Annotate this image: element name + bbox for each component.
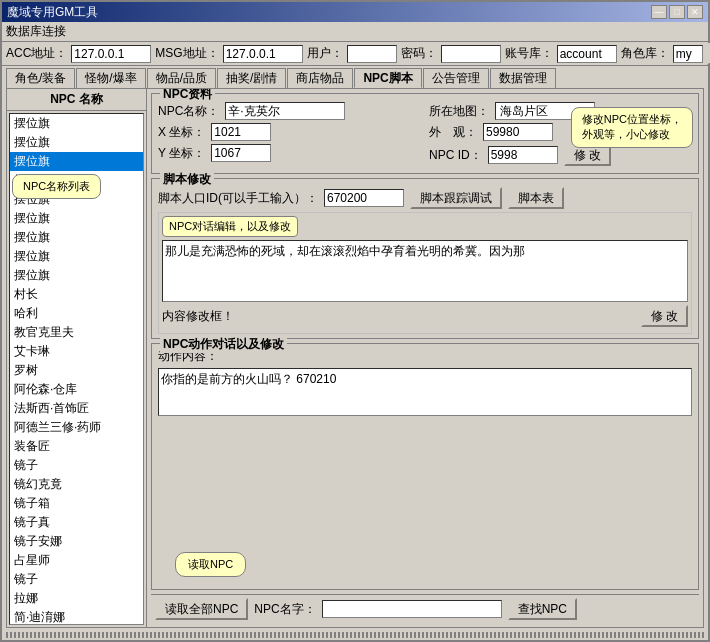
title-bar: 魔域专用GM工具 — □ ✕ [2, 2, 708, 22]
npc-list-header: NPC 名称 [7, 89, 146, 111]
list-item[interactable]: 摆位旗 [10, 114, 143, 133]
npc-name-label: NPC名称： [158, 103, 219, 120]
title-bar-buttons: — □ ✕ [651, 5, 703, 19]
list-item[interactable]: 镜子 [10, 570, 143, 589]
minimize-button[interactable]: — [651, 5, 667, 19]
content-modify-label: 内容修改框！ [162, 308, 234, 325]
list-item[interactable]: 镜幻克竟 [10, 475, 143, 494]
tabs-bar: 角色/装备 怪物/爆率 物品/品质 抽奖/剧情 商店物品 NPC脚本 公告管理 … [2, 66, 708, 88]
npc-name-input[interactable] [225, 102, 345, 120]
window-title: 魔域专用GM工具 [7, 4, 98, 21]
list-item[interactable]: 法斯西·首饰匠 [10, 399, 143, 418]
menu-item-db[interactable]: 数据库连接 [6, 23, 66, 40]
menu-bar: 数据库连接 [2, 22, 708, 42]
right-panel: NPC资料 NPC名称： X 坐标： Y 坐标： [147, 89, 703, 627]
role-input[interactable] [673, 45, 703, 63]
script-title: 脚本修改 [160, 171, 214, 188]
acc-label: ACC地址： [6, 45, 67, 62]
list-item[interactable]: 摆位旗 [10, 247, 143, 266]
maximize-button[interactable]: □ [669, 5, 685, 19]
action-content-textarea[interactable]: 你指的是前方的火山吗？ 670210 [158, 368, 692, 416]
pwd-input[interactable] [441, 45, 501, 63]
list-item[interactable]: 摆位旗 [10, 133, 143, 152]
x-coord-input[interactable] [211, 123, 271, 141]
list-item[interactable]: 艾卡琳 [10, 342, 143, 361]
user-input[interactable] [347, 45, 397, 63]
map-label: 所在地图： [429, 103, 489, 120]
dialog-edit-callout: NPC对话编辑，以及修改 [162, 216, 298, 237]
tab-monster-drop[interactable]: 怪物/爆率 [76, 68, 145, 88]
list-item[interactable]: 装备匠 [10, 437, 143, 456]
acc-address-input[interactable] [71, 45, 151, 63]
x-coord-label: X 坐标： [158, 124, 205, 141]
list-item[interactable]: 占星师 [10, 551, 143, 570]
role-label: 角色库： [621, 45, 669, 62]
msg-label: MSG地址： [155, 45, 218, 62]
list-item[interactable]: 拉娜 [10, 589, 143, 608]
tab-shop-item[interactable]: 商店物品 [287, 68, 353, 88]
script-debug-button[interactable]: 脚本跟踪调试 [410, 187, 502, 209]
npc-action-title: NPC动作对话以及修改 [160, 336, 287, 353]
list-item[interactable]: 简·迪淯娜 [10, 608, 143, 625]
scrollbar-indicator [6, 632, 704, 638]
acc-bar: ACC地址： MSG地址： 用户： 密码： 账号库： 角色库： 断开 [2, 42, 708, 66]
msg-address-input[interactable] [223, 45, 303, 63]
user-label: 用户： [307, 45, 343, 62]
list-item[interactable]: 村长 [10, 285, 143, 304]
list-item[interactable]: 罗树 [10, 361, 143, 380]
list-item[interactable]: 摆位旗 [10, 266, 143, 285]
bottom-bar: 读取全部NPC 读取NPC NPC名字： 查找NPC [151, 594, 699, 623]
read-all-npc-button[interactable]: 读取全部NPC [155, 598, 248, 620]
tab-announcement[interactable]: 公告管理 [423, 68, 489, 88]
map-select[interactable]: 海岛片区 [495, 102, 595, 120]
npc-id-label: NPC ID： [429, 147, 482, 164]
dialog-content-textarea[interactable]: 那儿是充满恐怖的死域，却在滚滚烈焰中孕育着光明的希冀。因为那 [162, 240, 688, 302]
list-item[interactable]: 镜子安娜 [10, 532, 143, 551]
npc-id-input[interactable] [488, 146, 558, 164]
find-npc-button[interactable]: 查找NPC [508, 598, 577, 620]
tab-lottery-story[interactable]: 抽奖/剧情 [217, 68, 286, 88]
list-item[interactable]: 镜子箱 [10, 494, 143, 513]
list-item[interactable]: 教官克里夫 [10, 323, 143, 342]
script-group: 脚本修改 脚本人口ID(可以手工输入）： 脚本跟踪调试 脚本表 NPC对话编辑，… [151, 178, 699, 339]
npc-list-box[interactable]: 摆位旗 摆位旗 摆位旗 摆位旗 摆位旗 摆位旗 摆位旗 摆位旗 摆位旗 村长 哈… [9, 113, 144, 625]
npc-info-group: NPC资料 NPC名称： X 坐标： Y 坐标： [151, 93, 699, 174]
close-button[interactable]: ✕ [687, 5, 703, 19]
y-coord-input[interactable] [211, 144, 271, 162]
npc-name-search-input[interactable] [322, 600, 502, 618]
account-input[interactable] [557, 45, 617, 63]
y-coord-label: Y 坐标： [158, 145, 205, 162]
script-id-input[interactable] [324, 189, 404, 207]
appearance-input[interactable] [483, 123, 553, 141]
account-label: 账号库： [505, 45, 553, 62]
list-item[interactable]: 阿德兰三修·药师 [10, 418, 143, 437]
main-content: NPC 名称 摆位旗 摆位旗 摆位旗 摆位旗 摆位旗 摆位旗 摆位旗 摆位旗 摆… [6, 88, 704, 628]
list-item[interactable]: 摆位旗 [10, 171, 143, 190]
list-item[interactable]: 镜子 [10, 456, 143, 475]
script-id-label: 脚本人口ID(可以手工输入）： [158, 190, 318, 207]
list-item[interactable]: 摆位旗 [10, 152, 143, 171]
script-table-button[interactable]: 脚本表 [508, 187, 564, 209]
npc-info-title: NPC资料 [160, 89, 215, 103]
pwd-label: 密码： [401, 45, 437, 62]
read-npc-callout: 读取NPC [175, 552, 246, 577]
list-item[interactable]: 摆位旗 [10, 190, 143, 209]
npc-info-modify-button[interactable]: 修 改 [564, 144, 611, 166]
list-item[interactable]: 摆位旗 [10, 228, 143, 247]
main-window: 魔域专用GM工具 — □ ✕ 数据库连接 ACC地址： MSG地址： 用户： 密… [0, 0, 710, 642]
npc-list-panel: NPC 名称 摆位旗 摆位旗 摆位旗 摆位旗 摆位旗 摆位旗 摆位旗 摆位旗 摆… [7, 89, 147, 627]
list-item[interactable]: 镜子真 [10, 513, 143, 532]
appearance-label: 外 观： [429, 124, 477, 141]
tab-item-quality[interactable]: 物品/品质 [147, 68, 216, 88]
list-item[interactable]: 哈利 [10, 304, 143, 323]
tab-data-manage[interactable]: 数据管理 [490, 68, 556, 88]
list-item[interactable]: 阿伦森·仓库 [10, 380, 143, 399]
list-item[interactable]: 摆位旗 [10, 209, 143, 228]
tab-npc-script[interactable]: NPC脚本 [354, 68, 421, 88]
dialog-modify-button[interactable]: 修 改 [641, 305, 688, 327]
tab-role-equip[interactable]: 角色/装备 [6, 68, 75, 88]
npc-name-search-label: NPC名字： [254, 601, 315, 618]
